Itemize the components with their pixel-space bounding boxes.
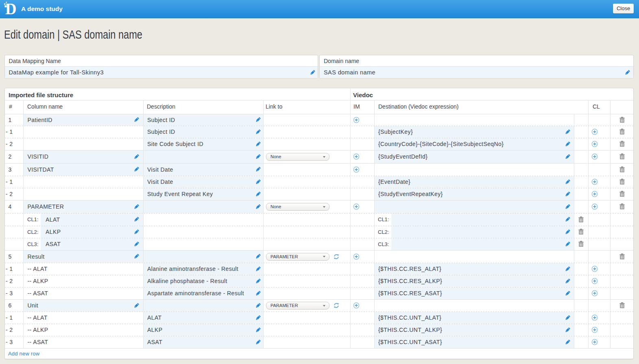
svg-text:D: D (5, 0, 17, 18)
